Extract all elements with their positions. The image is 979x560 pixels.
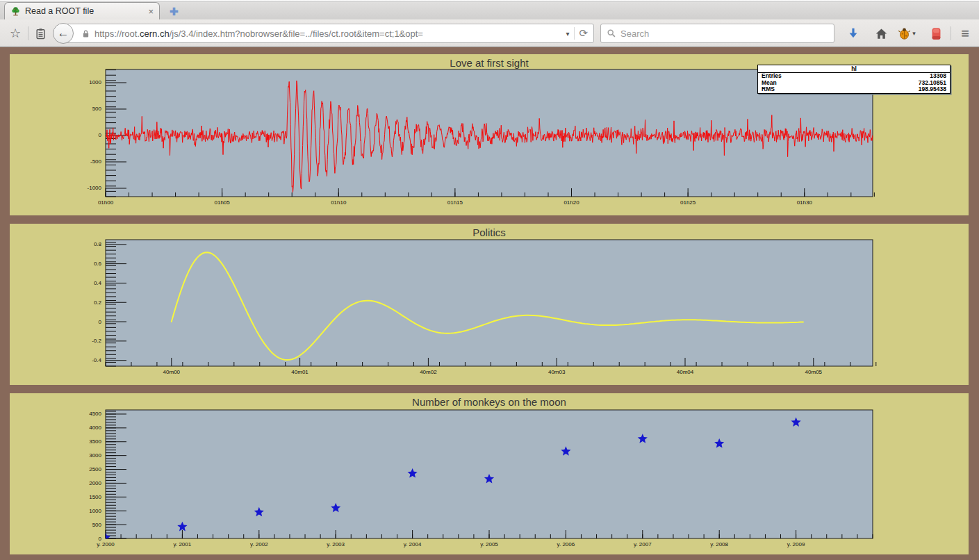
- svg-text:01h20: 01h20: [563, 199, 579, 206]
- svg-text:y. 2008: y. 2008: [710, 541, 728, 547]
- svg-text:1500: 1500: [89, 494, 101, 500]
- browser-window: Read a ROOT file × ✚ ☆ ← ht: [0, 0, 979, 560]
- svg-text:40m00: 40m00: [163, 369, 181, 375]
- svg-text:y. 2004: y. 2004: [404, 541, 422, 547]
- svg-text:3000: 3000: [89, 452, 101, 459]
- svg-text:y. 2000: y. 2000: [97, 541, 115, 547]
- back-button[interactable]: ←: [53, 23, 74, 44]
- svg-text:500: 500: [92, 522, 102, 528]
- stats-box[interactable]: hl Entries 13308 Mean 732.10851 RMS 198.…: [757, 65, 951, 94]
- svg-text:01h05: 01h05: [215, 199, 231, 206]
- new-tab-button[interactable]: ✚: [170, 6, 179, 18]
- reload-icon[interactable]: ⟳: [574, 27, 593, 40]
- svg-text:3500: 3500: [89, 438, 101, 445]
- url-text: https://root.cern.ch/js/3.4/index.htm?no…: [94, 28, 561, 39]
- svg-text:0.2: 0.2: [94, 299, 102, 306]
- tab-close-icon[interactable]: ×: [148, 7, 154, 16]
- back-arrow-icon: ←: [58, 26, 69, 40]
- menu-button[interactable]: ≡: [953, 19, 977, 47]
- svg-text:4500: 4500: [89, 411, 101, 417]
- hamburger-menu-icon: ≡: [961, 26, 969, 42]
- search-icon: [607, 28, 616, 38]
- eraser-icon: [931, 27, 941, 40]
- toolbar-separator-2: [951, 26, 951, 40]
- url-domain: cern.ch: [140, 28, 170, 39]
- svg-text:0.4: 0.4: [94, 280, 102, 286]
- plot-canvas-star-scatter[interactable]: y. 2000y. 2001y. 2002y. 2003y. 2004y. 20…: [10, 393, 969, 554]
- search-input[interactable]: [620, 28, 828, 39]
- svg-text:1000: 1000: [89, 508, 101, 514]
- chart-panel-love-at-first-sight: Love at first sight 01h0001h0501h1001h15…: [10, 54, 969, 215]
- svg-text:1000: 1000: [89, 79, 101, 85]
- url-prefix: https://root.: [94, 28, 140, 39]
- svg-text:40m01: 40m01: [291, 369, 308, 375]
- svg-text:40m05: 40m05: [805, 369, 823, 375]
- firebug-dropdown-icon[interactable]: ▾: [912, 30, 916, 37]
- tab-bar: Read a ROOT file × ✚: [0, 2, 979, 19]
- lock-icon: [81, 29, 90, 38]
- svg-text:4000: 4000: [89, 425, 101, 431]
- bookmarks-list-icon[interactable]: [31, 19, 50, 47]
- clipboard-icon: [35, 28, 47, 40]
- svg-text:01h00: 01h00: [98, 199, 114, 206]
- svg-text:40m04: 40m04: [677, 369, 694, 375]
- svg-text:y. 2005: y. 2005: [480, 541, 498, 547]
- svg-text:0: 0: [99, 319, 102, 325]
- svg-text:2500: 2500: [89, 466, 101, 472]
- svg-text:40m02: 40m02: [420, 369, 437, 375]
- home-icon: [875, 27, 888, 40]
- svg-text:40m03: 40m03: [548, 369, 566, 375]
- firebug-icon: [898, 27, 911, 40]
- toolbar-separator: [28, 26, 28, 40]
- svg-text:01h25: 01h25: [680, 199, 696, 206]
- firebug-button[interactable]: ▾: [896, 19, 917, 47]
- tab-read-a-root-file[interactable]: Read a ROOT file ×: [4, 2, 160, 19]
- addon-button[interactable]: [925, 19, 946, 47]
- stats-rms-value: 198.95438: [919, 86, 946, 93]
- download-arrow-icon: [847, 27, 859, 40]
- svg-text:-0.4: -0.4: [92, 357, 101, 363]
- stats-rms-label: RMS: [762, 86, 775, 93]
- svg-text:2000: 2000: [89, 480, 101, 486]
- urlbar-dropdown-icon[interactable]: ▾: [561, 30, 574, 38]
- svg-text:0.8: 0.8: [94, 241, 102, 247]
- downloads-button[interactable]: [841, 19, 866, 47]
- search-bar[interactable]: [600, 24, 834, 43]
- svg-text:01h30: 01h30: [797, 199, 813, 206]
- svg-text:-0.2: -0.2: [92, 338, 101, 344]
- svg-text:0: 0: [99, 536, 102, 542]
- svg-text:500: 500: [92, 106, 102, 112]
- tab-title: Read a ROOT file: [25, 6, 144, 16]
- bookmark-star-icon[interactable]: ☆: [6, 19, 25, 47]
- navigation-toolbar: ☆ ← https://root.cern.ch/js/3.4/index.ht…: [0, 19, 979, 47]
- svg-text:y. 2003: y. 2003: [327, 541, 345, 547]
- stats-rms-row: RMS 198.95438: [758, 86, 950, 93]
- stats-histogram-name: hl: [758, 65, 950, 73]
- svg-text:01h10: 01h10: [331, 199, 347, 206]
- page-content: Love at first sight 01h0001h0501h1001h15…: [0, 48, 979, 560]
- svg-text:y. 2007: y. 2007: [634, 541, 652, 547]
- svg-text:y. 2001: y. 2001: [174, 541, 192, 547]
- chart-panel-politics: Politics 40m0040m0140m0240m0340m0440m050…: [10, 224, 969, 385]
- svg-text:-1000: -1000: [88, 185, 102, 191]
- svg-text:y. 2002: y. 2002: [250, 541, 268, 547]
- svg-text:0.6: 0.6: [94, 261, 102, 267]
- url-bar[interactable]: https://root.cern.ch/js/3.4/index.htm?no…: [64, 24, 594, 43]
- svg-text:0: 0: [99, 132, 102, 138]
- plot-canvas-damped-curve[interactable]: 40m0040m0140m0240m0340m0440m050.80.60.40…: [10, 224, 969, 385]
- svg-text:-500: -500: [90, 158, 102, 165]
- root-tree-icon: [10, 6, 21, 17]
- chart-panel-monkeys-on-the-moon: Number of monkeys on the moon y. 2000y. …: [10, 393, 969, 554]
- home-button[interactable]: [869, 19, 894, 47]
- url-path: /js/3.4/index.htm?nobrowser&file=../file…: [170, 28, 423, 39]
- svg-text:y. 2006: y. 2006: [557, 541, 575, 547]
- svg-text:y. 2009: y. 2009: [787, 541, 805, 547]
- svg-text:01h15: 01h15: [447, 199, 463, 206]
